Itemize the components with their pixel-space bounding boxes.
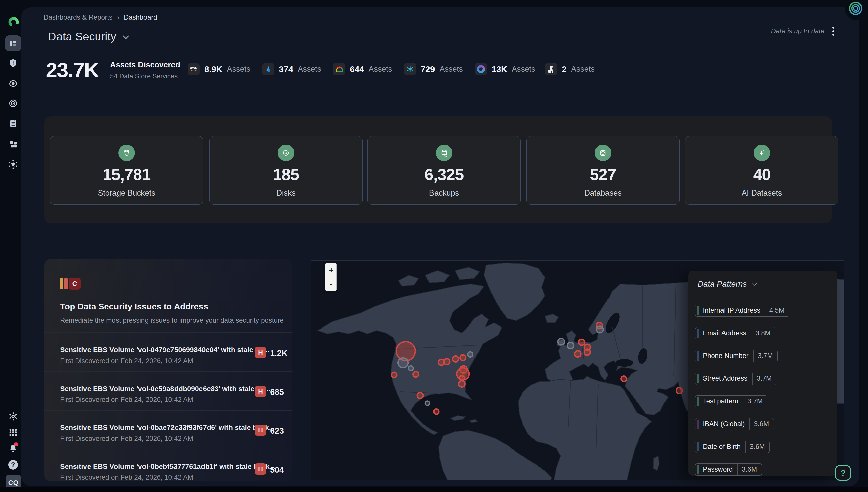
- sidebar-item-visibility[interactable]: [5, 75, 21, 92]
- pattern-chip-date-of-birth[interactable]: Date of Birth 3.6M: [695, 441, 770, 453]
- issue-row[interactable]: Sensitive EBS Volume 'vol-0c59a8ddb090e6…: [44, 371, 292, 410]
- stat-value: 15,781: [50, 165, 203, 184]
- top-issues-panel: C Top Data Security Issues to Address Re…: [44, 259, 292, 481]
- issue-discovered: First Discovered on Feb 24, 2026, 10:42 …: [60, 396, 193, 404]
- map-bubble[interactable]: [444, 359, 450, 365]
- issue-row[interactable]: Sensitive EBS Volume 'vol-0bae72c33f93f6…: [44, 410, 292, 449]
- map-bubble[interactable]: [621, 376, 627, 382]
- stat-card-disks[interactable]: 185 Disks: [209, 136, 363, 205]
- pattern-chip-iban[interactable]: IBAN (Global) 3.6M: [695, 418, 774, 430]
- pattern-chip-password[interactable]: Password 3.6M: [695, 464, 762, 475]
- bucket-icon: [118, 145, 135, 161]
- pattern-color-bar: [696, 420, 699, 429]
- data-patterns-selector[interactable]: Data Patterns: [697, 279, 756, 289]
- pattern-label: Internal IP Address: [699, 305, 765, 316]
- pattern-label: Phone Number: [699, 350, 753, 362]
- stat-value: 527: [527, 165, 679, 184]
- pattern-chip-test-pattern[interactable]: Test pattern 3.7M: [695, 395, 767, 408]
- map-bubble[interactable]: [453, 356, 459, 362]
- pattern-color-bar: [696, 329, 699, 338]
- provider-google-cloud[interactable]: 644 Assets: [333, 63, 392, 75]
- chevron-down-icon: [752, 281, 757, 286]
- issue-row[interactable]: Sensitive EBS Volume 'vol-0bebf5377761ad…: [44, 449, 292, 481]
- map-bubble[interactable]: [413, 372, 418, 377]
- kebab-menu-icon[interactable]: [832, 26, 835, 36]
- app-logo-icon[interactable]: [8, 17, 19, 28]
- map-bubble[interactable]: [584, 349, 590, 355]
- pattern-chip-phone[interactable]: Phone Number 3.7M: [695, 350, 778, 362]
- issue-count: 623: [270, 426, 292, 436]
- help-button[interactable]: ?: [835, 465, 851, 481]
- map-bubble[interactable]: [558, 338, 564, 345]
- map-bubble[interactable]: [408, 366, 413, 371]
- map-bubble[interactable]: [567, 342, 574, 349]
- sidebar-item-targets[interactable]: [5, 95, 21, 112]
- map-bubble[interactable]: [676, 388, 682, 394]
- breadcrumb-current[interactable]: Dashboard: [124, 14, 157, 21]
- map-bubble[interactable]: [398, 358, 408, 368]
- map-bubble[interactable]: [425, 401, 430, 406]
- map-bubble[interactable]: [460, 355, 466, 361]
- provider-unit: Assets: [369, 65, 392, 74]
- provider-snowflake[interactable]: 729 Assets: [404, 63, 463, 75]
- pattern-color-bar: [696, 465, 699, 474]
- map-bubble[interactable]: [579, 339, 585, 345]
- issues-title: Top Data Security Issues to Address: [60, 301, 208, 311]
- zoom-in-button[interactable]: +: [325, 264, 337, 277]
- map-bubble[interactable]: [575, 351, 581, 357]
- provider-unit: Assets: [512, 65, 535, 74]
- map-bubble[interactable]: [397, 342, 415, 361]
- map-bubble[interactable]: [459, 381, 465, 387]
- total-assets-label: Assets Discovered: [110, 60, 186, 69]
- stat-value: 40: [685, 165, 838, 184]
- stat-card-storage-buckets[interactable]: 15,781 Storage Buckets: [50, 136, 203, 205]
- stat-card-databases[interactable]: 527 Databases: [526, 136, 680, 205]
- question-icon: ?: [8, 460, 18, 470]
- sidebar-item-help[interactable]: ?: [5, 457, 21, 473]
- map-bubble[interactable]: [434, 409, 439, 414]
- sidebar-item-dashboards[interactable]: [5, 35, 21, 51]
- provider-on-prem[interactable]: 2 Assets: [545, 63, 595, 75]
- sidebar-item-notifications[interactable]: [5, 440, 21, 457]
- stat-card-ai-datasets[interactable]: 40 AI Datasets: [685, 136, 839, 205]
- sidebar-item-reports[interactable]: [5, 115, 21, 131]
- stat-value: 6,325: [368, 165, 520, 184]
- map-bubble[interactable]: [391, 372, 397, 378]
- stat-value: 185: [209, 165, 362, 184]
- provider-unit: Assets: [439, 65, 463, 74]
- provider-azure[interactable]: 374 Assets: [262, 63, 321, 75]
- map-bubble[interactable]: [597, 326, 603, 333]
- stat-card-backups[interactable]: 6,325 Backups: [367, 136, 521, 205]
- issue-count: 685: [270, 387, 292, 397]
- pattern-chip-internal-ip[interactable]: Internal IP Address 4.5M: [695, 304, 789, 317]
- breadcrumb-section[interactable]: Dashboards & Reports: [44, 14, 112, 21]
- sidebar-item-integrations[interactable]: [5, 156, 21, 172]
- data-patterns-panel: Data Patterns Internal IP Address 4.5M E…: [688, 271, 837, 475]
- issue-row[interactable]: Sensitive EBS Volume 'vol-0479e750699840…: [44, 332, 292, 371]
- map-bubble[interactable]: [467, 352, 473, 357]
- snowflake-icon: [404, 63, 416, 75]
- brand-rings-icon[interactable]: [848, 0, 864, 16]
- sidebar-item-inventory[interactable]: [5, 136, 21, 152]
- sidebar-item-settings[interactable]: [5, 408, 21, 424]
- pattern-chip-street-address[interactable]: Street Address 3.7M: [695, 373, 776, 385]
- assets-summary: 23.7K Assets Discovered 54 Data Store Se…: [46, 55, 186, 85]
- map-bubble[interactable]: [417, 393, 423, 399]
- pattern-label: Street Address: [699, 373, 752, 385]
- sidebar-item-issues[interactable]: [5, 55, 21, 71]
- provider-microsoft[interactable]: 13K Assets: [475, 63, 535, 75]
- severity-badge: H: [255, 347, 266, 358]
- zoom-out-button[interactable]: -: [325, 277, 337, 291]
- issue-title: Sensitive EBS Volume 'vol-0c59a8ddb090e6…: [60, 385, 271, 393]
- dashboard-selector[interactable]: Data Security: [48, 30, 127, 43]
- provider-aws[interactable]: aws 8.9K Assets: [188, 63, 250, 75]
- pattern-chip-email[interactable]: Email Address 3.8M: [695, 327, 775, 339]
- issue-count: 504: [270, 465, 292, 474]
- provider-count: 374: [279, 64, 293, 74]
- map-zoom-control: + -: [325, 263, 337, 291]
- map-bubble[interactable]: [459, 376, 464, 381]
- pattern-label: Date of Birth: [699, 441, 745, 453]
- issue-discovered: First Discovered on Feb 24, 2026, 10:42 …: [60, 357, 193, 365]
- sidebar-item-apps[interactable]: [5, 424, 21, 441]
- disk-icon: [278, 145, 294, 161]
